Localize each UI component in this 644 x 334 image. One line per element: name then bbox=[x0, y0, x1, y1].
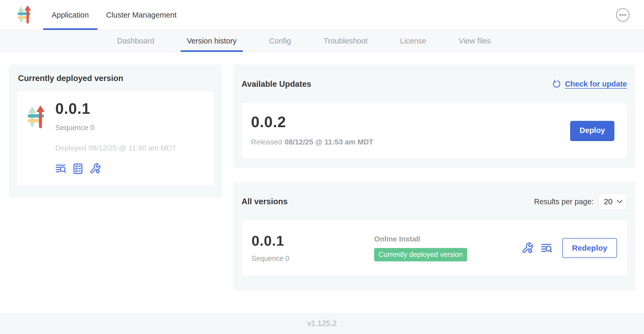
subnav-item-version-history[interactable]: Version history bbox=[179, 30, 244, 52]
available-updates-card: Available Updates Check for update 0.0.2… bbox=[233, 64, 635, 168]
install-type-label: Online Install bbox=[374, 235, 521, 243]
available-updates-title: Available Updates bbox=[242, 79, 311, 89]
kots-admin-console: Application Cluster Management Dashboard… bbox=[0, 0, 644, 334]
subnav-label: Config bbox=[269, 37, 291, 45]
released-prefix: Released bbox=[251, 138, 282, 146]
tab-application[interactable]: Application bbox=[43, 0, 97, 30]
chevron-down-icon bbox=[617, 200, 623, 203]
subnav-label: Version history bbox=[187, 37, 237, 45]
results-per-page: Results per page: 20 bbox=[534, 193, 627, 210]
currently-deployed-card: Currently deployed version 0.0.1 Sequenc… bbox=[9, 64, 222, 198]
release-notes-icon[interactable] bbox=[55, 163, 66, 174]
subnav-item-license[interactable]: License bbox=[392, 30, 434, 52]
deployed-version-number: 0.0.1 bbox=[55, 101, 176, 116]
update-version-number: 0.0.2 bbox=[251, 114, 373, 130]
refresh-icon bbox=[552, 80, 561, 89]
tab-application-label: Application bbox=[52, 11, 89, 19]
check-for-update-label: Check for update bbox=[565, 80, 627, 88]
subnav-item-dashboard[interactable]: Dashboard bbox=[109, 30, 162, 52]
deploy-button[interactable]: Deploy bbox=[570, 121, 614, 140]
app-logo-icon bbox=[25, 106, 48, 129]
update-released-line: Released08/12/25 @ 11:53 am MDT bbox=[251, 138, 373, 146]
row-version-number: 0.0.1 bbox=[252, 234, 374, 248]
subnav-item-config[interactable]: Config bbox=[261, 30, 299, 52]
config-wrench-icon[interactable] bbox=[89, 163, 101, 174]
update-details: 0.0.2 Released08/12/25 @ 11:53 am MDT bbox=[251, 114, 373, 146]
subnav-label: License bbox=[400, 37, 426, 45]
results-per-page-value: 20 bbox=[604, 197, 613, 206]
released-date: 08/12/25 @ 11:53 am MDT bbox=[285, 138, 373, 146]
more-menu-button[interactable] bbox=[616, 8, 630, 22]
currently-deployed-badge: Currently deployed version bbox=[374, 248, 467, 261]
all-versions-card: All versions Results per page: 20 0.0 bbox=[233, 182, 635, 290]
subnav-item-troubleshoot[interactable]: Troubleshoot bbox=[316, 30, 375, 52]
app-subnav: Dashboard Version history Config Trouble… bbox=[0, 30, 644, 52]
right-column: Available Updates Check for update 0.0.2… bbox=[233, 64, 635, 290]
version-row-status: Online Install Currently deployed versio… bbox=[374, 235, 521, 261]
deployed-version-details: 0.0.1 Sequence 0 Deployed 08/12/25 @ 11:… bbox=[55, 101, 176, 174]
version-row: 0.0.1 Sequence 0 Online Install Currentl… bbox=[242, 220, 627, 276]
subnav-item-view-files[interactable]: View files bbox=[451, 30, 499, 52]
subnav-label: Troubleshoot bbox=[324, 37, 368, 45]
currently-deployed-title: Currently deployed version bbox=[18, 74, 214, 83]
available-update-row: 0.0.2 Released08/12/25 @ 11:53 am MDT De… bbox=[242, 103, 627, 158]
main-content: Currently deployed version 0.0.1 Sequenc… bbox=[0, 52, 644, 313]
currently-deployed-inner-card: 0.0.1 Sequence 0 Deployed 08/12/25 @ 11:… bbox=[17, 91, 214, 186]
row-sequence: Sequence 0 bbox=[252, 255, 374, 263]
results-per-page-select[interactable]: 20 bbox=[598, 193, 627, 210]
redeploy-button[interactable]: Redeploy bbox=[562, 238, 617, 258]
console-footer: v1.125.2 bbox=[0, 313, 644, 334]
results-per-page-label: Results per page: bbox=[534, 197, 593, 206]
release-notes-icon[interactable] bbox=[541, 242, 552, 254]
deployed-actions bbox=[55, 163, 176, 174]
top-navbar: Application Cluster Management bbox=[0, 0, 644, 30]
version-row-actions: Redeploy bbox=[521, 238, 617, 258]
version-row-details: 0.0.1 Sequence 0 bbox=[252, 234, 374, 263]
tab-cluster-management-label: Cluster Management bbox=[106, 11, 177, 19]
preflight-checks-icon[interactable] bbox=[72, 163, 84, 174]
deployed-timestamp: Deployed 08/12/25 @ 11:40 am MDT bbox=[55, 144, 176, 152]
tab-cluster-management[interactable]: Cluster Management bbox=[97, 0, 185, 30]
check-for-update-link[interactable]: Check for update bbox=[552, 80, 627, 89]
subnav-label: View files bbox=[459, 37, 491, 45]
app-logo-icon bbox=[17, 6, 32, 24]
ellipsis-circle-icon bbox=[616, 8, 630, 22]
deployed-sequence: Sequence 0 bbox=[55, 123, 176, 132]
console-version: v1.125.2 bbox=[307, 319, 336, 328]
subnav-label: Dashboard bbox=[117, 37, 154, 45]
config-wrench-icon[interactable] bbox=[521, 242, 533, 254]
all-versions-title: All versions bbox=[242, 197, 288, 206]
